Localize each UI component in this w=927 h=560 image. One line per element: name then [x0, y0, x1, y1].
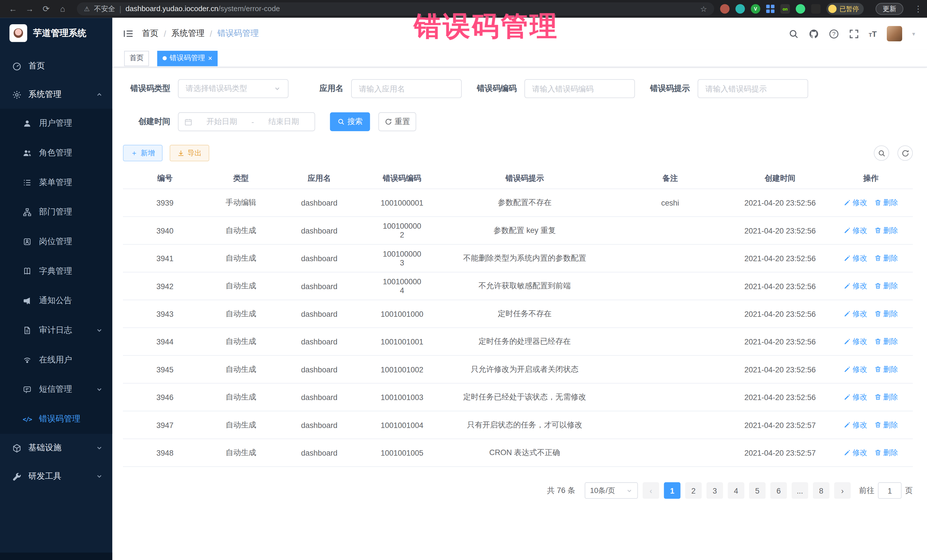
- cell-app: dashboard: [275, 389, 364, 405]
- extension-icon-blue-grid[interactable]: [766, 5, 774, 13]
- delete-link[interactable]: 删除: [874, 281, 898, 291]
- page-button[interactable]: 4: [728, 482, 744, 499]
- edit-link[interactable]: 修改: [844, 337, 868, 346]
- breadcrumb-system[interactable]: 系统管理: [172, 28, 205, 39]
- sidebar-item-audit-log[interactable]: 审计日志: [0, 316, 112, 345]
- sidebar-item-error-code[interactable]: </> 错误码管理: [0, 404, 112, 434]
- reload-icon[interactable]: ⟳: [38, 4, 55, 14]
- delete-link[interactable]: 删除: [874, 253, 898, 263]
- cell-code: 100100000 2: [364, 218, 441, 243]
- sidebar-item-roles[interactable]: 角色管理: [0, 138, 112, 168]
- edit-link[interactable]: 修改: [844, 364, 868, 374]
- page-button[interactable]: 6: [770, 482, 787, 499]
- page-button[interactable]: 3: [707, 482, 723, 499]
- table-header: 编号 类型 应用名 错误码编码 错误码提示 备注 创建时间 操作: [123, 168, 913, 189]
- back-icon[interactable]: ←: [5, 4, 21, 14]
- font-size-icon[interactable]: TT: [869, 29, 877, 38]
- extension-icon-red[interactable]: [720, 4, 729, 14]
- hamburger-icon[interactable]: [123, 28, 134, 39]
- extension-icon-puzzle[interactable]: [811, 4, 821, 14]
- cell-time: 2021-04-20 23:52:56: [731, 222, 829, 238]
- profile-chip[interactable]: 已暂停: [827, 3, 864, 15]
- extension-icon-green-v[interactable]: V: [751, 4, 760, 14]
- sidebar-item-dict[interactable]: 字典管理: [0, 256, 112, 286]
- edit-link[interactable]: 修改: [844, 253, 868, 263]
- delete-link[interactable]: 删除: [874, 364, 898, 374]
- sidebar-item-users[interactable]: 用户管理: [0, 109, 112, 138]
- app-name-input[interactable]: [351, 79, 462, 98]
- pagination: 共 76 条 10条/页 ‹ 1 2 3: [123, 482, 913, 499]
- export-button[interactable]: 导出: [170, 145, 209, 161]
- error-code-input[interactable]: [524, 79, 635, 98]
- sidebar-item-sms[interactable]: 短信管理: [0, 375, 112, 404]
- forward-icon[interactable]: →: [21, 4, 38, 14]
- dashboard-icon: [12, 62, 21, 71]
- next-page-button[interactable]: ›: [834, 482, 851, 499]
- show-search-button[interactable]: [874, 146, 889, 161]
- delete-link[interactable]: 删除: [874, 420, 898, 430]
- sidebar-item-posts[interactable]: 岗位管理: [0, 227, 112, 256]
- edit-link[interactable]: 修改: [844, 392, 868, 402]
- cell-time: 2021-04-20 23:52:57: [731, 445, 829, 461]
- sidebar-item-online-users[interactable]: 在线用户: [0, 345, 112, 375]
- sidebar-item-system[interactable]: 系统管理: [0, 80, 112, 109]
- github-icon[interactable]: [808, 29, 818, 39]
- close-icon[interactable]: ×: [208, 55, 213, 62]
- page-button[interactable]: 2: [685, 482, 702, 499]
- prev-page-button[interactable]: ‹: [643, 482, 659, 499]
- search-icon[interactable]: [789, 29, 798, 39]
- extension-icon-teal[interactable]: [736, 4, 745, 14]
- extension-icon-on[interactable]: on: [780, 4, 790, 14]
- delete-link[interactable]: 删除: [874, 448, 898, 458]
- total-count: 共 76 条: [547, 485, 575, 496]
- sidebar-item-devtools[interactable]: 研发工具: [0, 462, 112, 490]
- sidebar-item-notice[interactable]: 通知公告: [0, 286, 112, 316]
- page-button[interactable]: 5: [749, 482, 766, 499]
- browser-update-button[interactable]: 更新: [876, 3, 903, 15]
- search-button[interactable]: 搜索: [330, 112, 370, 131]
- cell-code: 1001001000: [364, 306, 441, 322]
- goto-page-input[interactable]: [878, 482, 902, 499]
- delete-link[interactable]: 删除: [874, 226, 898, 235]
- tab-error-code[interactable]: 错误码管理 ×: [157, 50, 217, 66]
- delete-link[interactable]: 删除: [874, 309, 898, 319]
- breadcrumb-home[interactable]: 首页: [142, 28, 158, 39]
- user-avatar[interactable]: [887, 26, 902, 41]
- cell-actions: 修改 删除: [829, 333, 913, 350]
- delete-link[interactable]: 删除: [874, 337, 898, 346]
- page-button[interactable]: 1: [664, 482, 681, 499]
- home-icon[interactable]: ⌂: [55, 4, 71, 14]
- cell-actions: 修改 删除: [829, 278, 913, 294]
- delete-link[interactable]: 删除: [874, 392, 898, 402]
- address-bar[interactable]: ⚠ 不安全 | dashboard.yudao.iocoder.cn/syste…: [77, 2, 714, 15]
- delete-link[interactable]: 删除: [874, 197, 898, 208]
- caret-down-icon[interactable]: ▾: [912, 30, 915, 37]
- extension-icon-green[interactable]: [796, 4, 805, 14]
- edit-link[interactable]: 修改: [844, 226, 868, 235]
- error-hint-input[interactable]: [698, 79, 808, 98]
- tab-home[interactable]: 首页: [124, 50, 149, 66]
- edit-link[interactable]: 修改: [844, 420, 868, 430]
- edit-link[interactable]: 修改: [844, 448, 868, 458]
- edit-link[interactable]: 修改: [844, 309, 868, 319]
- help-icon[interactable]: ?: [828, 29, 839, 39]
- sidebar-item-home[interactable]: 首页: [0, 52, 112, 80]
- error-type-select[interactable]: 请选择错误码类型: [178, 79, 289, 98]
- reset-button[interactable]: 重置: [378, 112, 416, 131]
- refresh-button[interactable]: [897, 146, 913, 161]
- fullscreen-icon[interactable]: [849, 29, 859, 39]
- bookmark-star-icon[interactable]: ☆: [700, 5, 707, 14]
- browser-menu-icon[interactable]: ⋮: [914, 4, 922, 14]
- date-range-input[interactable]: 开始日期 - 结束日期: [178, 112, 315, 131]
- edit-link[interactable]: 修改: [844, 197, 868, 208]
- page-button[interactable]: ...: [792, 482, 808, 499]
- edit-link[interactable]: 修改: [844, 281, 868, 291]
- sidebar-item-infra[interactable]: 基础设施: [0, 434, 112, 462]
- page-size-select[interactable]: 10条/页: [585, 482, 638, 499]
- cell-id: 3943: [123, 306, 207, 322]
- cell-code: 1001001005: [364, 445, 441, 461]
- page-button[interactable]: 8: [813, 482, 830, 499]
- add-button[interactable]: ＋ 新增: [123, 145, 163, 161]
- sidebar-item-depts[interactable]: 部门管理: [0, 197, 112, 227]
- sidebar-item-menus[interactable]: 菜单管理: [0, 168, 112, 197]
